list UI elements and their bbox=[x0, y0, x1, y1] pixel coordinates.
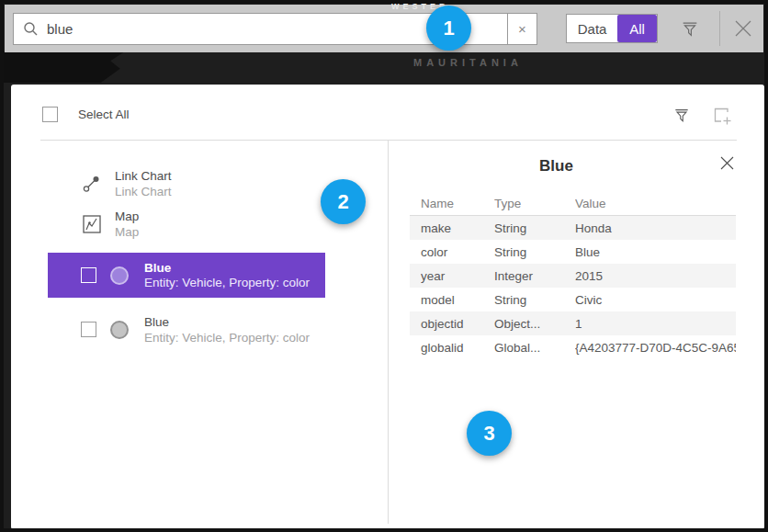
result-title: Blue bbox=[144, 315, 310, 329]
cell-value: {A4203777-D70D-4C5C-9A65-C... bbox=[575, 341, 736, 355]
map-country-shape bbox=[4, 51, 125, 83]
close-icon bbox=[731, 17, 755, 40]
map-label-mauritania: MAURITANIA bbox=[413, 57, 523, 68]
cell-name: objectid bbox=[421, 317, 494, 331]
cell-value: 1 bbox=[575, 317, 736, 331]
clear-search-button[interactable]: × bbox=[507, 13, 537, 45]
cell-type: Integer bbox=[494, 269, 575, 283]
search-icon bbox=[23, 21, 39, 37]
result-item-blue[interactable]: Blue Entity: Vehicle, Property: color bbox=[48, 307, 325, 352]
entity-circle-icon bbox=[110, 321, 129, 339]
cell-type: Global... bbox=[494, 341, 575, 355]
cell-type: Object... bbox=[494, 317, 575, 331]
clear-icon: × bbox=[518, 21, 526, 37]
table-row: year Integer 2015 bbox=[410, 264, 736, 288]
detail-title: Blue bbox=[389, 157, 724, 175]
search-query-text: blue bbox=[47, 21, 73, 37]
filter-funnel-icon bbox=[680, 18, 700, 39]
callout-badge-2: 2 bbox=[321, 179, 366, 224]
callout-badge-3: 3 bbox=[467, 411, 512, 456]
result-subtitle: Entity: Vehicle, Property: color bbox=[144, 331, 310, 345]
table-row: color String Blue bbox=[410, 240, 736, 264]
select-all-control[interactable]: Select All bbox=[42, 107, 130, 122]
result-subtitle: Link Chart bbox=[115, 185, 172, 198]
cell-type: String bbox=[494, 221, 575, 235]
scope-data-button[interactable]: Data bbox=[567, 15, 617, 42]
callout-badge-1: 1 bbox=[426, 6, 471, 51]
cell-value: Honda bbox=[575, 221, 736, 235]
column-header-type: Type bbox=[494, 197, 575, 210]
close-icon bbox=[719, 155, 735, 171]
cell-name: year bbox=[421, 269, 494, 283]
select-all-checkbox[interactable] bbox=[42, 107, 58, 122]
cell-name: make bbox=[421, 221, 494, 235]
entity-circle-icon bbox=[110, 266, 129, 285]
result-subtitle: Entity: Vehicle, Property: color bbox=[144, 276, 310, 289]
search-scope-toggle: Data All bbox=[566, 14, 658, 43]
table-row: globalid Global... {A4203777-D70D-4C5C-9… bbox=[410, 335, 736, 359]
cell-value: Blue bbox=[575, 245, 736, 259]
table-row: objectid Object... 1 bbox=[410, 311, 736, 335]
toolbar-divider bbox=[719, 11, 720, 46]
cell-name: color bbox=[421, 245, 494, 259]
result-title: Blue bbox=[144, 261, 310, 275]
result-item-map[interactable]: Map Map bbox=[48, 209, 325, 239]
column-header-value: Value bbox=[575, 197, 736, 210]
map-icon bbox=[82, 214, 102, 234]
cell-name: model bbox=[421, 293, 494, 307]
search-results-panel: Select All Link Chart Link Chart bbox=[11, 85, 764, 529]
cell-value: Civic bbox=[575, 293, 736, 307]
search-toolbar: blue × Data All bbox=[5, 5, 763, 52]
filter-funnel-icon bbox=[672, 106, 691, 124]
select-all-label: Select All bbox=[78, 108, 130, 121]
result-title: Link Chart bbox=[115, 169, 172, 183]
close-search-button[interactable] bbox=[731, 17, 755, 40]
table-row: model String Civic bbox=[410, 288, 736, 311]
filter-button[interactable] bbox=[680, 18, 700, 39]
link-chart-icon bbox=[82, 174, 102, 194]
table-row: make String Honda bbox=[410, 216, 736, 240]
cell-type: String bbox=[494, 245, 575, 259]
result-checkbox[interactable] bbox=[81, 267, 96, 283]
result-subtitle: Map bbox=[115, 225, 139, 239]
detail-close-button[interactable] bbox=[719, 155, 735, 171]
result-title: Map bbox=[115, 209, 139, 223]
add-to-new-button[interactable] bbox=[712, 106, 732, 126]
scope-all-button[interactable]: All bbox=[617, 15, 657, 42]
result-checkbox[interactable] bbox=[81, 322, 96, 337]
app-window: WESTER MAURITANIA 500 Feet blue × Data A… bbox=[0, 0, 768, 532]
cell-value: 2015 bbox=[575, 269, 736, 283]
attribute-table: Name Type Value make String Honda color … bbox=[410, 192, 736, 359]
result-item-link-chart[interactable]: Link Chart Link Chart bbox=[48, 169, 325, 198]
cell-name: globalid bbox=[421, 341, 494, 355]
add-new-icon bbox=[712, 106, 732, 126]
detail-panel: Blue Name Type Value make String Honda bbox=[389, 141, 764, 529]
results-header: Select All bbox=[11, 85, 764, 140]
results-filter-button[interactable] bbox=[672, 106, 691, 124]
table-header-row: Name Type Value bbox=[410, 192, 736, 216]
cell-type: String bbox=[494, 293, 575, 307]
result-item-blue-selected[interactable]: Blue Entity: Vehicle, Property: color bbox=[48, 253, 325, 298]
column-header-name: Name bbox=[421, 197, 494, 210]
